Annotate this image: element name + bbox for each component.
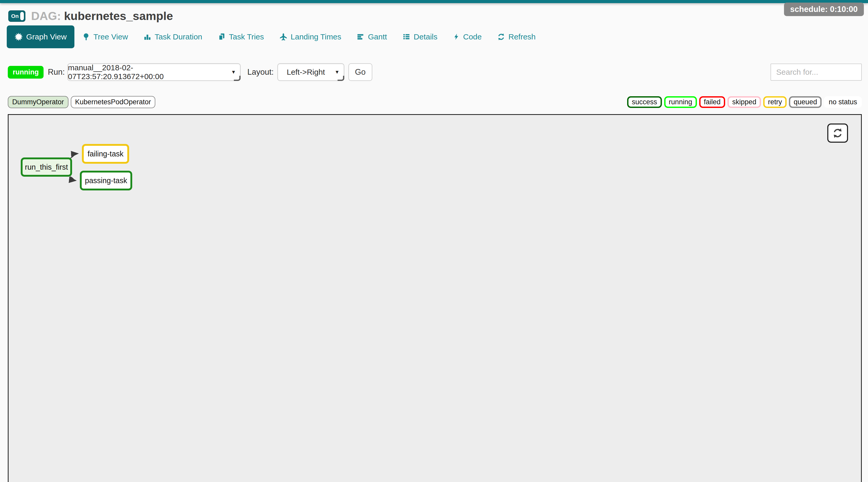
tab-task-duration[interactable]: Task Duration: [136, 25, 210, 48]
run-select-value: manual__2018-02-07T23:57:20.913672+00:00: [68, 63, 229, 81]
status-legend-skipped: skipped: [727, 96, 761, 108]
refresh-icon: [497, 33, 505, 41]
graph-refresh-button[interactable]: [827, 123, 848, 143]
tab-label: Details: [414, 32, 438, 41]
go-button[interactable]: Go: [348, 63, 372, 81]
task-node-passing-task[interactable]: passing-task: [80, 171, 132, 190]
tab-label: Landing Times: [291, 32, 341, 41]
tab-refresh[interactable]: Refresh: [490, 25, 544, 48]
tree-icon: [82, 33, 90, 41]
schedule-badge: schedule: 0:10:00: [784, 3, 864, 16]
select-corner-notch: [338, 76, 344, 81]
caret-down-icon: ▼: [335, 69, 340, 75]
plane-icon: [279, 33, 287, 41]
dag-edges: [8, 115, 861, 482]
layout-label: Layout:: [247, 67, 274, 77]
status-legend-queued: queued: [789, 96, 822, 108]
legend-row: DummyOperator KubernetesPodOperator succ…: [8, 96, 862, 108]
toggle-knob[interactable]: [20, 12, 24, 20]
task-node-failing-task[interactable]: failing-task: [82, 144, 129, 164]
layout-select-value: Left->Right: [287, 68, 325, 77]
dag-on-off-toggle[interactable]: On: [8, 10, 25, 22]
status-legend: success running failed skipped retry que…: [627, 96, 862, 108]
view-tabs: Graph View Tree View Task Duration Task …: [7, 25, 544, 48]
tab-label: Code: [463, 32, 482, 41]
dag-run-status-badge: running: [8, 66, 43, 79]
refresh-icon: [832, 127, 843, 139]
operator-legend-kubernetespodoperator: KubernetesPodOperator: [71, 96, 156, 108]
tab-label: Task Tries: [229, 32, 264, 41]
tab-tree-view[interactable]: Tree View: [74, 25, 135, 48]
sunburst-icon: [14, 33, 23, 41]
caret-down-icon: ▼: [231, 69, 236, 75]
dag-prefix-label: DAG:: [31, 9, 61, 23]
tab-details[interactable]: Details: [395, 25, 445, 48]
copy-pages-icon: [218, 33, 225, 41]
tab-label: Tree View: [93, 32, 128, 41]
task-node-run_this_first[interactable]: run_this_first: [21, 157, 72, 177]
edge-run_this_first-failing-task: [69, 154, 78, 158]
graph-canvas[interactable]: run_this_first failing-task passing-task: [8, 114, 862, 482]
select-corner-notch: [234, 76, 241, 81]
list-icon: [403, 33, 410, 41]
tab-label: Task Duration: [155, 32, 202, 41]
layout-select[interactable]: Left->Right ▼: [277, 63, 344, 81]
bar-chart-icon: [144, 33, 151, 41]
tab-label: Graph View: [26, 32, 67, 41]
tab-label: Gantt: [368, 32, 387, 41]
dag-name: kubernetes_sample: [64, 9, 173, 23]
run-controls: running Run: manual__2018-02-07T23:57:20…: [8, 63, 862, 81]
search-input[interactable]: [771, 64, 862, 81]
bolt-icon: [453, 33, 460, 41]
align-left-icon: [357, 33, 365, 41]
status-legend-running: running: [664, 96, 697, 108]
status-legend-retry: retry: [763, 96, 786, 108]
toggle-on-label: On: [11, 13, 19, 19]
tab-label: Refresh: [508, 32, 536, 41]
top-accent-bar: [0, 0, 868, 3]
operator-legend-dummyoperator: DummyOperator: [8, 96, 68, 108]
edge-run_this_first-passing-task: [70, 177, 76, 181]
run-label: Run:: [48, 67, 65, 77]
run-select[interactable]: manual__2018-02-07T23:57:20.913672+00:00…: [67, 63, 241, 81]
tab-gantt[interactable]: Gantt: [349, 25, 395, 48]
page-title: DAG:kubernetes_sample: [31, 9, 173, 23]
tab-task-tries[interactable]: Task Tries: [210, 25, 272, 48]
status-legend-no-status: no status: [824, 96, 862, 108]
tab-landing-times[interactable]: Landing Times: [272, 25, 349, 48]
page-header: On DAG:kubernetes_sample: [8, 9, 173, 23]
status-legend-success: success: [627, 96, 662, 108]
tab-code[interactable]: Code: [445, 25, 490, 48]
status-legend-failed: failed: [699, 96, 725, 108]
tab-graph-view[interactable]: Graph View: [7, 25, 74, 48]
